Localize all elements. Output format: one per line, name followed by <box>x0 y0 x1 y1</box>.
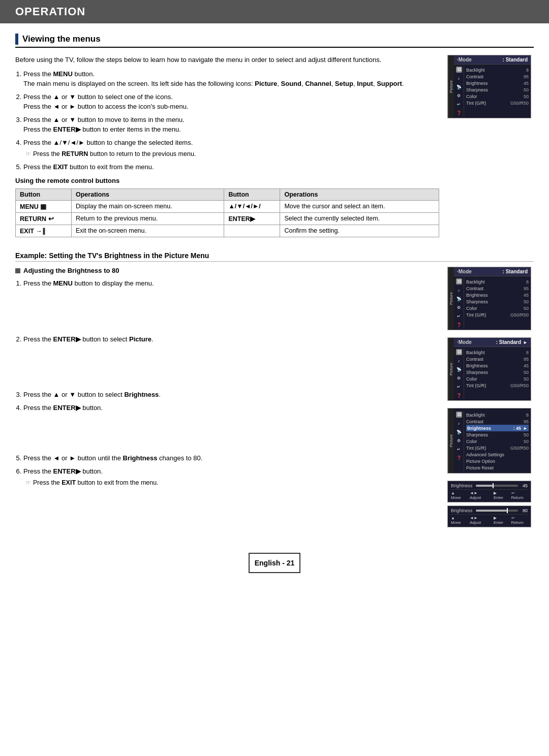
tv-menu-3-wrapper: Picture ·Mode : Standard ► <box>448 338 531 400</box>
sound-icon-2: ♪ <box>456 287 462 293</box>
input-icon: ↵ <box>456 101 462 107</box>
page-header: OPERATION <box>0 0 549 23</box>
slider-2-controls: ▲ Move ◄► Adjust ▶ Enter ↩ Return <box>451 514 528 525</box>
ops-menu: Display the main on-screen menu. <box>72 201 224 213</box>
page-title: OPERATION <box>15 5 534 18</box>
step-5: Press the EXIT button to exit from the m… <box>23 162 439 172</box>
tv-menu-2: Picture ·Mode : Standard 🖼 ♪ 📡 <box>447 267 531 330</box>
slider-1-value: 45 <box>520 483 528 488</box>
tv-menu-3-items: Backlight 8 Contrast 95 Brightness <box>464 348 531 399</box>
menu4-item-pic-opt: Picture Option <box>466 458 529 464</box>
ops-exit: Exit the on-screen menu. <box>72 225 224 237</box>
table-row: MENU ▦ Display the main on-screen menu. … <box>16 201 439 213</box>
tv-menu-1-header: ·Mode : Standard <box>454 55 531 65</box>
tv-menu-2-icons: 🖼 ♪ 📡 ⚙ ↵ ❓ <box>454 277 464 329</box>
tv-menu-3-body: 🖼 ♪ 📡 ⚙ ↵ ❓ Backlight <box>454 347 531 400</box>
channel-icon-3: 📡 <box>456 366 462 372</box>
mode-label-2: ·Mode <box>457 269 472 274</box>
operations-table: Button Operations Button Operations MENU… <box>15 188 439 237</box>
ex-step-3: Press the ▲ or ▼ button to select Bright… <box>23 390 439 400</box>
ops-table-header: Button Operations Button Operations <box>16 189 439 201</box>
ops-arrows: Move the cursor and select an item. <box>280 201 439 213</box>
footer-label: English - 21 <box>255 559 295 567</box>
btn-menu: MENU ▦ <box>16 201 72 213</box>
ex-step-1: Press the MENU button to display the men… <box>23 278 439 289</box>
ops-return: Return to the previous menu. <box>72 213 224 225</box>
tv-menu-4-inner: 🖼 ♪ 📡 ⚙ ↵ ❓ Backlight <box>454 408 531 473</box>
col-header-ops2: Operations <box>280 189 439 201</box>
bottom-layout: Adjusting the Brightness to 80 Press the… <box>15 267 534 527</box>
tv-menu-3-header: ·Mode : Standard ► <box>454 338 531 347</box>
ops-table-header-row: Button Operations Button Operations <box>16 189 439 201</box>
tv-menu-4-items: Backlight 8 Contrast 95 Brightness <box>464 411 531 472</box>
menu4-item-pic-reset: Picture Reset <box>466 464 529 471</box>
screenshot-column-top: Picture ·Mode : Standard 🖼 ♪ 📡 ⚙ <box>447 55 534 244</box>
mode-value-2: : Standard <box>503 269 528 274</box>
btn-exit: EXIT →‖ <box>16 225 72 237</box>
setup-icon-2: ⚙ <box>456 304 462 310</box>
tv-menu-4-side-label: Picture <box>448 408 454 473</box>
tv-menu-4: Picture 🖼 ♪ 📡 ⚙ ↵ ❓ <box>447 408 531 474</box>
square-icon <box>15 268 20 273</box>
tv-menu-3-inner: ·Mode : Standard ► 🖼 ♪ 📡 <box>454 338 531 400</box>
tv-menu-2-items: Backlight 8 Contrast 95 Brightness <box>464 277 531 329</box>
page-footer: English - 21 <box>249 553 301 573</box>
menu-item-tint: Tint (G/R) G50/R50 <box>466 100 529 106</box>
example-section: Example: Setting the TV's Brightness in … <box>15 251 534 527</box>
col-header-button2: Button <box>224 189 280 201</box>
btn-arrows: ▲/▼/◄/►/ <box>224 201 280 213</box>
menu-item-contrast: Contrast 95 <box>466 73 529 80</box>
tv-menu-3-side-label: Picture <box>448 338 454 400</box>
menu2-item-sharpness: Sharpness 50 <box>466 298 529 305</box>
slider-2-row: Brightness 80 <box>451 508 528 513</box>
menu-item-sharpness: Sharpness 50 <box>466 86 529 93</box>
step-4-note: ☞ Press the RETURN button to return to t… <box>25 149 439 159</box>
menu3-item-color: Color 50 <box>466 375 529 382</box>
example-title: Example: Setting the TV's Brightness in … <box>15 251 534 262</box>
picture-icon-4: 🖼 <box>456 412 462 418</box>
adjusting-title: Adjusting the Brightness to 80 <box>15 267 439 274</box>
picture-icon-2: 🖼 <box>456 278 462 285</box>
mode-label-3: ·Mode <box>457 339 472 345</box>
section-title-bar: Viewing the menus <box>15 34 534 48</box>
tv-menu-3-icons: 🖼 ♪ 📡 ⚙ ↵ ❓ <box>454 348 464 399</box>
menu2-item-backlight: Backlight 8 <box>466 278 529 285</box>
brightness-slider-1: Brightness 45 ▲ Move ◄► Adjust ▶ Enter ↩… <box>447 481 531 502</box>
tv-menu-4-icons: 🖼 ♪ 📡 ⚙ ↵ ❓ <box>454 411 464 472</box>
steps-list: Press the MENU button. The main menu is … <box>23 69 439 172</box>
btn-return: RETURN ↩ <box>16 213 72 225</box>
tv-menu-1-items: Backlight 8 Contrast 95 Brightness 45 <box>464 66 531 117</box>
example-steps-list: Press the MENU button to display the men… <box>23 278 439 488</box>
slider-2-fill <box>476 510 507 512</box>
menu-item-brightness: Brightness 45 <box>466 80 529 86</box>
table-row: RETURN ↩ Return to the previous menu. EN… <box>16 213 439 225</box>
setup-icon-4: ⚙ <box>456 437 462 444</box>
ops-confirm: Confirm the setting. <box>280 225 439 237</box>
slider-2-track <box>476 510 518 512</box>
screenshots-bottom: Picture ·Mode : Standard 🖼 ♪ 📡 <box>447 267 534 527</box>
menu2-item-brightness: Brightness 45 <box>466 292 529 298</box>
table-row: EXIT →‖ Exit the on-screen menu. Confirm… <box>16 225 439 237</box>
tv-menu-1-side-label: Picture <box>448 55 454 118</box>
slider-1-fill <box>476 485 493 487</box>
tv-menu-1: Picture ·Mode : Standard 🖼 ♪ 📡 ⚙ <box>447 55 531 118</box>
tv-menu-2-inner: ·Mode : Standard 🖼 ♪ 📡 ⚙ ↵ <box>454 267 531 330</box>
step-4: Press the ▲/▼/◄/► button to change the s… <box>23 138 439 159</box>
slider-2-thumb <box>507 508 508 513</box>
tv-menu-1-inner: ·Mode : Standard 🖼 ♪ 📡 ⚙ ↵ ❓ <box>454 55 531 118</box>
slider-2-label: Brightness <box>451 508 474 513</box>
adjusting-title-text: Adjusting the Brightness to 80 <box>23 267 119 274</box>
channel-icon-4: 📡 <box>456 429 462 435</box>
slider-1-thumb <box>493 483 494 488</box>
menu4-item-sharpness: Sharpness 50 <box>466 431 529 438</box>
ex-step-4: Press the ENTER▶ button. <box>23 403 439 413</box>
ex-step-6-note: ☞ Press the EXIT button to exit from the… <box>25 478 439 488</box>
menu4-item-adv: Advanced Settings <box>466 451 529 458</box>
section-title: Viewing the menus <box>22 34 101 44</box>
brightness-slider-2: Brightness 80 ▲ Move ◄► Adjust ▶ Enter ↩… <box>447 506 531 527</box>
menu4-item-brightness-highlighted: Brightness : 45 ► <box>466 425 529 431</box>
input-icon-4: ↵ <box>456 446 462 452</box>
example-text-column: Adjusting the Brightness to 80 Press the… <box>15 267 439 527</box>
picture-icon: 🖼 <box>456 67 462 73</box>
menu4-item-color: Color 50 <box>466 438 529 445</box>
